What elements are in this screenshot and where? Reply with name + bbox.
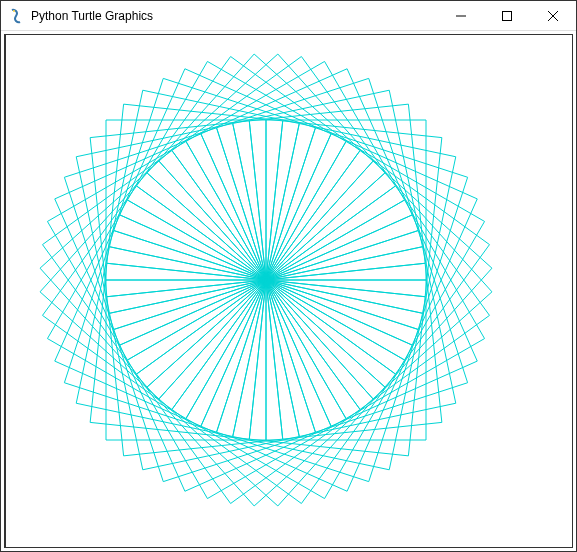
canvas-frame xyxy=(1,31,576,551)
canvas-area xyxy=(4,34,573,548)
titlebar: Python Turtle Graphics xyxy=(1,1,576,31)
turtle-drawing xyxy=(6,35,573,548)
svg-point-0 xyxy=(13,10,15,12)
app-window: Python Turtle Graphics xyxy=(0,0,577,552)
minimize-button[interactable] xyxy=(438,1,484,30)
maximize-button[interactable] xyxy=(484,1,530,30)
window-title: Python Turtle Graphics xyxy=(31,9,438,23)
app-icon xyxy=(9,8,25,24)
close-button[interactable] xyxy=(530,1,576,30)
window-controls xyxy=(438,1,576,30)
svg-rect-2 xyxy=(503,11,512,20)
